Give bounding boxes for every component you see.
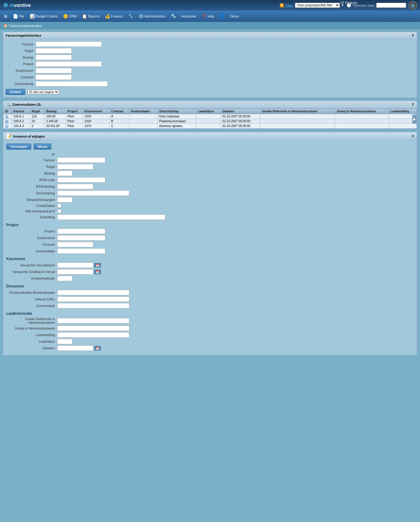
regel-input[interactable] — [36, 48, 72, 53]
kostensoort-label: Kostensoort — [6, 69, 36, 72]
results-collapse-btn[interactable]: ⬆ — [411, 102, 414, 107]
filter-select[interactable]: Geen projectspecifiek filter — [295, 3, 340, 8]
edit-panel-title: Invoeren of wijzigen — [13, 135, 45, 138]
edit-regel-input[interactable] — [57, 164, 93, 169]
cell-id[interactable]: 41 — [4, 114, 12, 119]
help-nav-icon: ❓ — [202, 14, 207, 19]
edit-laad-geladen-row: Geladen 📅 — [6, 345, 414, 351]
edit-laad-groep-input[interactable] — [57, 326, 129, 331]
cell-kostenplaats — [129, 119, 158, 124]
edit-laad-geladen-input[interactable] — [57, 345, 93, 351]
table-row[interactable]: 43 100.A.3 2 53.451,00 Plein 1070 C Aank… — [4, 124, 417, 129]
project-count-label: 25 Projects — [340, 1, 357, 5]
home-nav-icon: ⊞ — [4, 14, 8, 19]
edit-betaald-input[interactable] — [57, 197, 72, 202]
time-input[interactable] — [376, 3, 406, 8]
edit-proj-kostensoort-input[interactable] — [57, 235, 105, 241]
cell-laadmelding — [389, 124, 416, 129]
nav-budget[interactable]: 📊 Budget Control — [27, 13, 60, 20]
cell-kostenplaats — [129, 114, 158, 119]
nav-advanced[interactable]: Advanced — [179, 13, 199, 19]
omschrijving-label: Omschrijving — [6, 82, 36, 86]
edit-factuur-input[interactable] — [57, 157, 105, 163]
nav-crm[interactable]: 😊 CRM — [61, 13, 79, 20]
edit-proj-kostenplaats-input[interactable] — [57, 248, 105, 254]
edit-credit-checkbox[interactable] — [57, 204, 62, 208]
edit-proj-contract-input[interactable] — [57, 242, 93, 247]
cell-contract: B — [110, 119, 129, 124]
results-table: ID Factuur Regel Bedrag Project Kostenso… — [3, 108, 417, 129]
edit-omschrijving-input[interactable] — [57, 190, 129, 196]
nav-tools[interactable]: 🔧 — [126, 13, 136, 20]
nav-finance[interactable]: 💰 Finance — [103, 13, 125, 20]
edit-doc-url-input[interactable] — [57, 296, 129, 302]
edit-collapse-btn[interactable]: ⬆ — [411, 134, 414, 138]
cell-id[interactable]: 43 — [4, 124, 12, 129]
advanced2-nav-icon: 🔩 — [171, 14, 176, 19]
logo-section: ❋ invantive — [3, 2, 31, 9]
edit-factuur-label: Factuur — [6, 158, 57, 162]
nav-advanced2[interactable]: 🔩 — [169, 13, 178, 20]
nav-file[interactable]: 📄 File — [10, 13, 27, 20]
new-button[interactable]: Nieuw — [34, 144, 51, 150]
edit-laad-laadstatus-input[interactable] — [57, 339, 72, 344]
table-row[interactable]: 42 100.A.2 23 2.345,00 Plein 1020 B Plaa… — [4, 119, 417, 124]
finance-nav-icon: 💰 — [105, 14, 110, 19]
einddatum-calendar-btn[interactable]: 📅 — [94, 270, 101, 274]
nav-reports[interactable]: 📋 Reports — [80, 13, 102, 20]
edit-proj-project-input[interactable] — [57, 229, 105, 234]
edit-btw-bedrag-input[interactable] — [57, 184, 93, 189]
edit-doc-bestandsnaam-input[interactable] — [57, 290, 129, 295]
edit-toelichting-input[interactable] — [57, 214, 165, 220]
cell-geladen: 01-10-2007 00:00:00 — [221, 119, 260, 124]
edit-inkoopopdracht-checkbox[interactable] — [57, 209, 62, 213]
main-content: Factuurregelsinterface ⬆ Factuur Regel B… — [0, 29, 420, 361]
rows-per-page-select[interactable]: 10 rijen per pagina 25 rijen per pagina … — [28, 90, 59, 94]
factuur-input[interactable] — [36, 41, 102, 47]
col-kostenplaats: Kostenplaats — [129, 109, 158, 114]
power-button[interactable]: ⏻ — [409, 1, 417, 10]
document-section-title: Document — [6, 284, 414, 288]
nav-help[interactable]: ❓ Help — [199, 13, 217, 20]
filter-section: 🔽 Filter: Geen projectspecifiek filter ▼ — [280, 3, 344, 8]
edit-doc-commentaar-input[interactable] — [57, 303, 129, 308]
vervaldatum-calendar-btn[interactable]: 📅 — [94, 263, 101, 268]
edit-btw-code-input[interactable] — [57, 177, 105, 183]
edit-kass-vervaldatum-input[interactable] — [57, 263, 93, 268]
edit-toelichting-label: Toelichting — [6, 215, 57, 219]
add-button[interactable]: Toevoegen — [6, 144, 31, 150]
panel-collapse-btn[interactable]: ⬆ — [411, 33, 414, 38]
edit-kass-verdeelmethode-input[interactable] — [57, 276, 72, 281]
edit-bedrag-input[interactable] — [57, 171, 72, 176]
cell-bedrag: 100,00 — [45, 114, 66, 119]
cell-id[interactable]: 42 — [4, 119, 12, 124]
edit-bedrag-label: Bedrag — [6, 171, 57, 175]
edit-laad-groep-row: Groep in Herkomstsysteem — [6, 326, 414, 331]
nav-home[interactable]: ⊞ — [2, 13, 10, 20]
nav-administration[interactable]: ⚙️ Administration — [136, 13, 168, 20]
contract-input[interactable] — [36, 74, 72, 80]
edit-kass-einddatum-input[interactable] — [57, 269, 93, 275]
edit-laad-laadstatus-label: Laadstatus — [6, 340, 57, 343]
bedrag-input[interactable] — [36, 55, 72, 60]
factuur-label: Factuur — [6, 42, 36, 46]
cell-omschrijving: Plaatsing tourniquet. — [158, 119, 196, 124]
project-input[interactable] — [36, 61, 102, 67]
edit-omschrijving-label: Omschrijving — [6, 191, 57, 195]
cell-omschrijving: Klein materiaal. — [158, 114, 196, 119]
edit-laad-unieke-input[interactable] — [57, 318, 129, 323]
filter-label[interactable]: Filter: — [285, 4, 294, 7]
edit-omschrijving-row: Omschrijving — [6, 190, 414, 196]
edit-laad-laadmelding-input[interactable] — [57, 332, 129, 338]
table-row[interactable]: 41 100.A.1 123 100,00 Plein 1020 A Klein… — [4, 114, 417, 119]
scroll-right-btn[interactable]: ▶ — [412, 115, 417, 124]
omschrijving-input[interactable] — [36, 81, 108, 86]
edit-btw-bedrag-row: BTW-bedrag — [6, 184, 414, 189]
geladen-calendar-btn[interactable]: 📅 — [94, 346, 101, 351]
nav-demo[interactable]: Demo — [228, 13, 241, 19]
kostensoort-input[interactable] — [36, 68, 72, 73]
results-table-container: ID Factuur Regel Bedrag Project Kostenso… — [3, 108, 417, 129]
nav-user[interactable]: 👤 — [217, 13, 227, 20]
budget-nav-icon: 📊 — [30, 14, 35, 19]
search-button[interactable]: Zoeken — [6, 89, 25, 95]
